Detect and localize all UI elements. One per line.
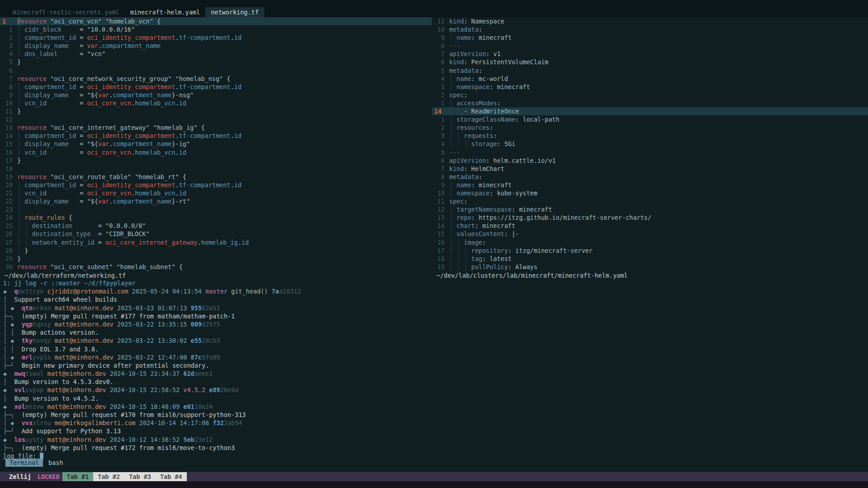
editor-line[interactable]: 12 bbox=[0, 115, 432, 123]
editor-line[interactable]: 16│ │ image: bbox=[432, 238, 868, 246]
editor-line[interactable]: 23│ bbox=[0, 205, 432, 213]
editor-line[interactable]: 9│ name: minecraft bbox=[432, 33, 868, 42]
text-segment: kube-system bbox=[497, 190, 537, 197]
editor-line[interactable]: 14│ chart: minecraft bbox=[432, 222, 868, 230]
editor-line[interactable]: 1│ storageClassName: local-path bbox=[432, 115, 868, 123]
editor-line[interactable]: 10│ namespace: kube-system bbox=[432, 189, 868, 197]
log-line: │ ◆ vvxxlrnu me@mirkogalimberti.com 2024… bbox=[0, 419, 868, 427]
editor-line[interactable]: 3│ display_name = var.compartment_name bbox=[0, 42, 432, 50]
editor-line[interactable]: 14│ │ - ReadWriteOnce bbox=[432, 107, 868, 115]
editor-line[interactable]: 12│ targetNamespace: minecraft bbox=[432, 205, 868, 213]
editor-line[interactable]: 8--- bbox=[432, 42, 868, 50]
code-line: │ bbox=[14, 205, 21, 213]
editor-line[interactable]: 18│ │ │ tag: latest bbox=[432, 255, 868, 263]
prompt-line[interactable]: log file: bbox=[0, 452, 868, 460]
line-number: 3 bbox=[432, 132, 446, 140]
editor-line[interactable]: 8metadata: bbox=[432, 173, 868, 181]
text-segment: 5Gi bbox=[504, 140, 515, 147]
editor-line[interactable]: 8│ compartment_id = oci_identity_compart… bbox=[0, 83, 432, 91]
editor-line[interactable]: 5} bbox=[0, 58, 432, 66]
editor-line[interactable]: 4│ │ │ storage: 5Gi bbox=[432, 140, 868, 148]
editor-line[interactable]: 2│ compartment_id = oci_identity_compart… bbox=[0, 33, 432, 42]
editor-line[interactable]: 2spec: bbox=[432, 91, 868, 99]
zellij-tab[interactable]: Tab #1 bbox=[62, 472, 94, 481]
editor-line[interactable]: 15│ valuesContent: |- bbox=[432, 230, 868, 238]
editor-line[interactable]: 6 bbox=[0, 66, 432, 75]
editor-line[interactable]: 19│ │ │ pullPolicy: Always bbox=[432, 263, 868, 271]
terminal-pane[interactable]: 1: jj log -r ::master ~/d/ffpyplayer ◆ q… bbox=[0, 279, 868, 460]
editor-line[interactable]: 7apiVersion: v1 bbox=[432, 50, 868, 58]
editor-pane-networking-tf[interactable]: 1resource "oci_core_vcn" "homelab_vcn" {… bbox=[0, 17, 432, 280]
editor-line[interactable]: 1│ accessModes: bbox=[432, 99, 868, 107]
text-segment: 955 bbox=[191, 304, 202, 312]
text-segment: cjriddz@protonmail.com bbox=[47, 288, 128, 295]
line-number: 1 bbox=[0, 25, 14, 33]
text-segment: resource bbox=[17, 124, 47, 131]
editor-line[interactable]: 11spec: bbox=[432, 197, 868, 205]
editor-line[interactable]: 4│ dns_label = "vcn" bbox=[0, 50, 432, 58]
editor-line[interactable]: 24│ route_rules { bbox=[0, 213, 432, 222]
editor-line[interactable]: 25│ │ destination = "0.0.0.0/0" bbox=[0, 222, 432, 230]
buffer-tab[interactable]: networking.tf bbox=[205, 7, 264, 17]
lock-indicator: LOCKED bbox=[38, 473, 60, 480]
editor-line[interactable]: 7resource "oci_core_network_security_gro… bbox=[0, 75, 432, 83]
editor-pane-minecraft-helm-yaml[interactable]: 11kind: Namespace10metadata:9│ name: min… bbox=[432, 17, 868, 280]
buffer-tab[interactable]: minecraft-helm.yaml bbox=[125, 7, 205, 17]
editor-line[interactable]: 2│ resources: bbox=[432, 123, 868, 132]
text-segment bbox=[7, 386, 14, 393]
editor-line[interactable]: 5--- bbox=[432, 148, 868, 156]
editor-line[interactable]: 27│ │ network_entity_id = oci_core_inter… bbox=[0, 238, 432, 246]
editor-line[interactable]: 6apiVersion: helm.cattle.io/v1 bbox=[432, 156, 868, 165]
editor-line[interactable]: 22│ display_name = "${var.compartment_na… bbox=[0, 197, 432, 205]
text-segment: storageClassName bbox=[456, 116, 515, 123]
text-segment: = bbox=[80, 83, 87, 90]
editor-line[interactable]: 3│ namespace: minecraft bbox=[432, 83, 868, 91]
editor-line[interactable]: 21│ vcn_id = oci_core_vcn.homelab_vcn.id bbox=[0, 189, 432, 197]
editor-line[interactable]: 1│ cidr_block = "10.0.0.0/16" bbox=[0, 25, 432, 33]
zellij-session: minecraft-restic-secrets.yamlminecraft-h… bbox=[0, 0, 868, 488]
editor-line[interactable]: 7kind: HelmChart bbox=[432, 165, 868, 173]
text-segment: : bbox=[497, 99, 501, 107]
editor-line[interactable]: 20│ compartment_id = oci_identity_compar… bbox=[0, 181, 432, 189]
editor-line[interactable]: 4│ name: mc-world bbox=[432, 75, 868, 83]
code-line: --- bbox=[446, 42, 460, 50]
editor-line[interactable]: 30resource "oci_core_subnet" "homelab_su… bbox=[0, 263, 432, 271]
text-segment: │ bbox=[449, 222, 456, 229]
zellij-tab[interactable]: Tab #2 bbox=[93, 472, 124, 481]
text-segment: "vcn" bbox=[87, 50, 105, 57]
editor-line[interactable]: 28│ } bbox=[0, 246, 432, 255]
editor-line[interactable]: 1resource "oci_core_vcn" "homelab_vcn" { bbox=[0, 17, 432, 25]
line-number: 13 bbox=[0, 123, 14, 132]
text-segment: "homelab_rt" bbox=[135, 173, 179, 180]
editor-line[interactable]: 17│ │ │ repository: itzg/minecraft-serve… bbox=[432, 246, 868, 255]
zellij-tab[interactable]: Tab #4 bbox=[156, 472, 187, 481]
text-segment: - bbox=[464, 108, 471, 115]
zellij-tab[interactable]: Tab #3 bbox=[124, 472, 156, 481]
code-line: kind: HelmChart bbox=[446, 165, 504, 173]
buffer-tab[interactable]: minecraft-restic-secrets.yaml bbox=[7, 7, 125, 17]
editor-line[interactable]: 13│ repo: https://itzg.github.io/minecra… bbox=[432, 213, 868, 222]
editor-line[interactable]: 17} bbox=[0, 156, 432, 165]
text-segment: mwq bbox=[14, 370, 25, 377]
editor-line[interactable]: 5metadata: bbox=[432, 66, 868, 75]
editor-line[interactable]: 3│ │ requests: bbox=[432, 132, 868, 140]
editor-line[interactable]: 14│ compartment_id = oci_identity_compar… bbox=[0, 132, 432, 140]
editor-line[interactable]: 13resource "oci_core_internet_gateway" "… bbox=[0, 123, 432, 132]
editor-line[interactable]: 26│ │ destination_type = "CIDR_BLOCK" bbox=[0, 230, 432, 238]
editor-line[interactable]: 29} bbox=[0, 255, 432, 263]
text-segment: │ bbox=[3, 395, 7, 402]
text-segment: apiVersion bbox=[449, 50, 486, 57]
editor-line[interactable]: 6kind: PersistentVolumeClaim bbox=[432, 58, 868, 66]
editor-line[interactable]: 15│ display_name = "${var.compartment_na… bbox=[0, 140, 432, 148]
text-segment: tf-compartment bbox=[179, 132, 231, 139]
editor-line[interactable]: 10│ vcn_id = oci_core_vcn.homelab_vcn.id bbox=[0, 99, 432, 107]
editor-line[interactable]: 16│ vcn_id = oci_core_vcn.homelab_vcn.id bbox=[0, 148, 432, 156]
editor-line[interactable]: 9│ display_name = "${var.compartment_nam… bbox=[0, 91, 432, 99]
editor-line[interactable]: 18 bbox=[0, 165, 432, 173]
editor-line[interactable]: 11} bbox=[0, 107, 432, 115]
editor-line[interactable]: 10metadata: bbox=[432, 25, 868, 33]
editor-line[interactable]: 9│ name: minecraft bbox=[432, 181, 868, 189]
editor-line[interactable]: 19resource "oci_core_route_table" "homel… bbox=[0, 173, 432, 181]
text-segment: │ bbox=[17, 83, 24, 90]
editor-line[interactable]: 11kind: Namespace bbox=[432, 17, 868, 25]
